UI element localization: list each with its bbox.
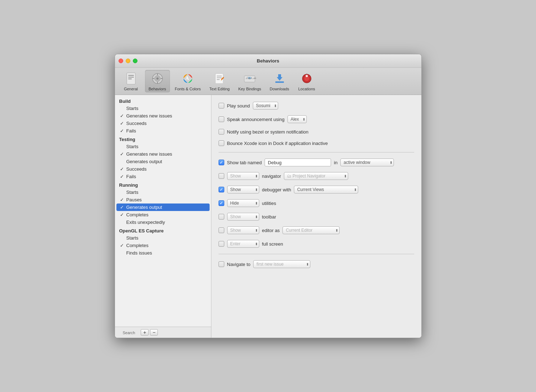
toolbar-text-editing[interactable]: Text Editing	[206, 70, 233, 92]
toolbar-general[interactable]: General	[119, 70, 144, 92]
navigate-dropdown[interactable]: first new issue	[253, 260, 310, 268]
debugger-label: debugger with	[262, 187, 291, 192]
toolbar-checkbox[interactable]	[219, 214, 224, 220]
editor-dropdown[interactable]: Current Editor	[282, 226, 340, 234]
navigate-checkbox[interactable]	[219, 261, 224, 267]
sidebar-footer: Search + −	[115, 327, 211, 338]
fonts-colors-icon: A	[181, 71, 195, 86]
sidebar-item-build-generates[interactable]: ✓ Generates new issues	[115, 112, 211, 120]
full-screen-row: Enter full screen	[219, 239, 414, 249]
svg-text:option: option	[249, 77, 256, 80]
fonts-colors-label: Fonts & Colors	[175, 87, 201, 91]
editor-action-dropdown[interactable]: Show	[227, 226, 259, 234]
toolbar-fonts-colors[interactable]: A Fonts & Colors	[171, 70, 205, 92]
active-window-wrapper: active window	[340, 159, 394, 166]
bounce-checkbox[interactable]	[219, 140, 224, 146]
navigator-dropdown-wrapper: 🗂 Project Navigator	[284, 172, 348, 180]
navigator-label: navigator	[262, 174, 281, 179]
debugger-dropdown-wrapper: Current Views	[294, 186, 358, 194]
svg-point-30	[305, 75, 308, 77]
notify-bezel-label: Notify using bezel or system notificatio…	[227, 129, 309, 135]
navigate-dropdown-wrapper: first new issue	[253, 260, 310, 268]
play-sound-checkbox[interactable]	[219, 103, 224, 109]
play-sound-dropdown[interactable]: Sosumi	[253, 102, 278, 110]
window-title: Behaviors	[257, 58, 279, 64]
navigator-action-dropdown[interactable]: Show	[227, 172, 259, 180]
show-tab-input[interactable]	[265, 159, 331, 166]
minimize-button[interactable]	[126, 59, 130, 63]
close-button[interactable]	[119, 59, 123, 63]
speak-checkbox[interactable]	[219, 116, 224, 122]
divider-1	[219, 152, 414, 152]
content-area: Build Starts ✓ Generates new issues ✓ Su…	[115, 95, 421, 338]
sidebar-item-running-generates[interactable]: ✓ Generates output	[116, 203, 210, 211]
utilities-label: utilities	[262, 201, 276, 206]
debugger-action-dropdown[interactable]: Show	[227, 186, 259, 194]
toolbar-downloads[interactable]: Downloads	[266, 70, 292, 92]
general-icon	[124, 71, 138, 86]
toolbar-label: toolbar	[262, 214, 276, 220]
maximize-button[interactable]	[133, 59, 137, 63]
toolbar-locations[interactable]: Locations	[294, 70, 319, 92]
svg-rect-2	[128, 77, 134, 77]
sidebar-item-opengl-starts[interactable]: Starts	[115, 234, 211, 242]
section-build: Build	[115, 96, 211, 105]
navigator-checkbox[interactable]	[219, 173, 224, 179]
full-screen-action-dropdown[interactable]: Enter	[227, 240, 259, 248]
svg-rect-10	[161, 78, 162, 79]
sidebar-list: Build Starts ✓ Generates new issues ✓ Su…	[115, 95, 211, 327]
sidebar-item-opengl-completes[interactable]: ✓ Completes	[115, 242, 211, 249]
sidebar-item-testing-succeeds[interactable]: ✓ Succeeds	[115, 165, 211, 173]
debugger-dropdown[interactable]: Current Views	[294, 186, 358, 194]
show-tab-checkbox[interactable]	[219, 160, 224, 165]
sidebar-item-testing-fails[interactable]: ✓ Fails	[115, 173, 211, 180]
sidebar-item-running-starts[interactable]: Starts	[115, 189, 211, 196]
svg-rect-1	[128, 75, 134, 76]
navigate-row: Navigate to first new issue	[219, 259, 414, 269]
section-opengl: OpenGL ES Capture	[115, 226, 211, 234]
app-window: Behaviors General	[115, 54, 422, 338]
sidebar-item-running-pauses[interactable]: ✓ Pauses	[115, 196, 211, 203]
key-bindings-icon: alt option	[242, 71, 257, 86]
sidebar-item-running-completes[interactable]: ✓ Completes	[115, 211, 211, 218]
remove-button[interactable]: −	[150, 329, 158, 336]
debugger-action-wrapper: Show	[227, 186, 259, 194]
sidebar-item-opengl-finds[interactable]: Finds issues	[115, 249, 211, 257]
toolbar-action-dropdown[interactable]: Show	[227, 213, 259, 221]
debugger-checkbox[interactable]	[219, 187, 224, 192]
speak-dropdown[interactable]: Alex	[287, 115, 307, 123]
add-button[interactable]: +	[141, 329, 149, 336]
full-screen-action-wrapper: Enter	[227, 240, 259, 248]
svg-rect-3	[128, 79, 132, 79]
utilities-action-wrapper: Hide	[227, 199, 259, 207]
utilities-row: Hide utilities	[219, 198, 414, 208]
full-screen-checkbox[interactable]	[219, 241, 224, 247]
navigator-action-wrapper: Show	[227, 172, 259, 180]
sidebar-item-testing-output[interactable]: Generates output	[115, 158, 211, 165]
svg-rect-7	[157, 74, 158, 75]
window-controls	[119, 59, 137, 63]
key-bindings-label: Key Bindings	[238, 87, 261, 91]
editor-checkbox[interactable]	[219, 227, 224, 233]
toolbar-key-bindings[interactable]: alt option Key Bindings	[235, 70, 265, 92]
sidebar-item-build-starts[interactable]: Starts	[115, 105, 211, 112]
play-sound-row: Play sound Sosumi	[219, 101, 414, 111]
play-sound-dropdown-wrapper: Sosumi	[253, 102, 278, 110]
utilities-action-dropdown[interactable]: Hide	[227, 199, 259, 207]
toolbar-behaviors[interactable]: Behaviors	[145, 70, 170, 92]
downloads-icon	[272, 71, 287, 86]
speak-dropdown-wrapper: Alex	[287, 115, 307, 123]
sidebar-item-running-exits[interactable]: Exits unexpectedly	[115, 218, 211, 226]
utilities-checkbox[interactable]	[219, 200, 224, 206]
sidebar-item-build-succeeds[interactable]: ✓ Succeeds	[115, 120, 211, 127]
sidebar-item-build-fails[interactable]: ✓ Fails	[115, 127, 211, 135]
navigator-dropdown[interactable]: 🗂 Project Navigator	[284, 172, 348, 180]
notify-bezel-checkbox[interactable]	[219, 129, 224, 135]
sidebar-item-testing-starts[interactable]: Starts	[115, 143, 211, 150]
text-editing-icon	[212, 71, 227, 86]
svg-rect-25	[275, 81, 284, 83]
active-window-dropdown[interactable]: active window	[340, 159, 394, 166]
svg-marker-26	[277, 74, 282, 81]
sidebar: Build Starts ✓ Generates new issues ✓ Su…	[115, 95, 211, 338]
sidebar-item-testing-generates[interactable]: ✓ Generates new issues	[115, 150, 211, 158]
